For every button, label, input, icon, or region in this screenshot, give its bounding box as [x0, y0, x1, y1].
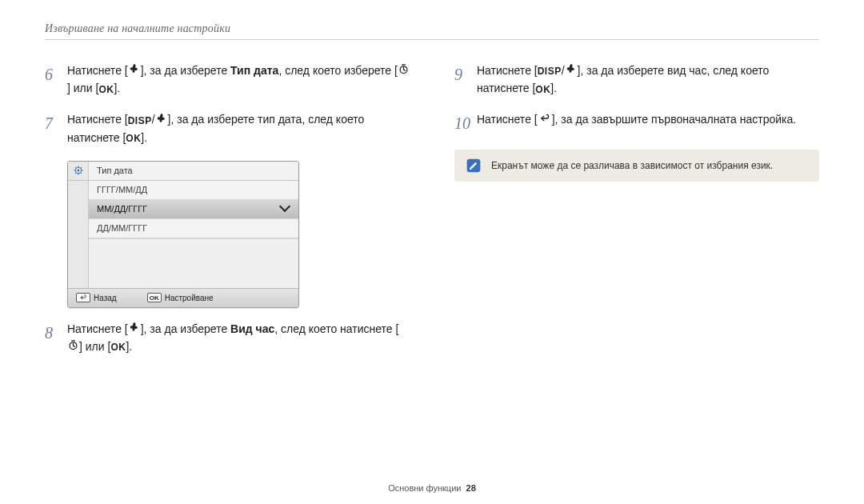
- menu-footer: Назад OK Настройване: [68, 288, 298, 307]
- text: ].: [126, 340, 132, 353]
- text: Натиснете [: [477, 64, 538, 77]
- step-text: Натиснете [DISP/], за да изберете тип да…: [67, 111, 410, 146]
- macro-icon: [565, 62, 578, 80]
- footer-page-number: 28: [466, 483, 476, 493]
- step-number: 9: [454, 62, 477, 86]
- text: ], за да изберете: [141, 64, 230, 77]
- menu-side-strip: [68, 181, 89, 288]
- step-number: 8: [45, 321, 67, 345]
- text: ], за да завършите първоначалната настро…: [552, 113, 797, 126]
- gear-icon: [68, 161, 89, 180]
- step-text: Натиснете [], за да изберете Вид час, сл…: [67, 321, 410, 356]
- return-icon: [538, 112, 552, 129]
- menu-header: Тип дата: [68, 162, 298, 181]
- menu-list: ГГГГ/ММ/ДД ММ/ДД/ГГГГ ДД/ММ/ГГГГ: [89, 181, 298, 288]
- left-column: 6 Натиснете [], за да изберете Тип дата,…: [45, 62, 410, 370]
- step-text: Натиснете [DISP/], за да изберете вид ча…: [477, 62, 819, 97]
- text: Натиснете [: [477, 113, 538, 126]
- timer-icon: [398, 63, 410, 80]
- menu-empty-space: [89, 238, 298, 288]
- bold-label: Вид час: [230, 322, 274, 335]
- menu-option-selected[interactable]: ММ/ДД/ГГГГ: [89, 200, 298, 219]
- step-10: 10 Натиснете [], за да завършите първона…: [454, 111, 819, 135]
- menu-option[interactable]: ДД/ММ/ГГГГ: [89, 219, 298, 238]
- macro-icon: [155, 112, 168, 130]
- text: ], за да изберете: [141, 322, 230, 335]
- right-column: 9 Натиснете [DISP/], за да изберете вид …: [454, 62, 819, 370]
- step-text: Натиснете [], за да изберете Тип дата, с…: [67, 62, 410, 97]
- text: ].: [114, 82, 120, 94]
- menu-body: ГГГГ/ММ/ДД ММ/ДД/ГГГГ ДД/ММ/ГГГГ: [68, 181, 298, 288]
- footer-set[interactable]: OK Настройване: [139, 293, 222, 302]
- macro-icon: [128, 62, 141, 80]
- menu-title: Тип дата: [89, 166, 133, 175]
- manual-page: Извършване на началните настройки 6 Нати…: [0, 0, 864, 504]
- macro-icon: [128, 321, 141, 338]
- ok-icon: OK: [535, 82, 550, 97]
- text: ] или [: [67, 82, 98, 94]
- menu-option[interactable]: ГГГГ/ММ/ДД: [89, 181, 298, 200]
- footer-set-label: Настройване: [165, 294, 214, 302]
- text: Натиснете [: [67, 322, 128, 335]
- timer-icon: [67, 339, 79, 356]
- disp-icon: DISP: [538, 64, 562, 78]
- ok-key-icon: OK: [147, 293, 162, 302]
- step-number: 7: [45, 111, 67, 135]
- ok-icon: OK: [110, 340, 126, 354]
- ok-icon: OK: [98, 82, 114, 97]
- header-divider: [45, 39, 819, 40]
- text: ].: [550, 82, 557, 94]
- footer-back-label: Назад: [94, 294, 117, 302]
- step-number: 6: [45, 62, 67, 86]
- text: Натиснете [: [67, 113, 128, 126]
- step-text: Натиснете [], за да завършите първоначал…: [477, 111, 819, 129]
- step-8: 8 Натиснете [], за да изберете Вид час, …: [45, 321, 410, 356]
- step-6: 6 Натиснете [], за да изберете Тип дата,…: [45, 62, 410, 97]
- ok-icon: OK: [126, 131, 141, 146]
- text: ] или [: [79, 340, 110, 353]
- back-key-icon: [76, 293, 90, 302]
- step-7: 7 Натиснете [DISP/], за да изберете тип …: [45, 111, 410, 146]
- step-9: 9 Натиснете [DISP/], за да изберете вид …: [454, 62, 819, 97]
- content-columns: 6 Натиснете [], за да изберете Тип дата,…: [45, 62, 819, 370]
- note-icon: [466, 158, 482, 174]
- disp-icon: DISP: [128, 114, 152, 128]
- note-text: Екранът може да се различава в зависимос…: [491, 160, 773, 171]
- page-header: Извършване на началните настройки: [45, 22, 819, 35]
- step-number: 10: [454, 111, 477, 135]
- camera-menu: Тип дата ГГГГ/ММ/ДД ММ/ДД/ГГГГ ДД/ММ/ГГГ…: [67, 161, 299, 308]
- text: ].: [141, 131, 147, 144]
- text: , след което натиснете [: [274, 322, 398, 335]
- text: , след което изберете [: [278, 64, 397, 77]
- footer-back[interactable]: Назад: [68, 293, 125, 302]
- footer-section: Основни функции: [388, 483, 461, 493]
- bold-label: Тип дата: [230, 64, 278, 77]
- text: Натиснете [: [67, 64, 128, 77]
- info-note: Екранът може да се различава в зависимос…: [454, 150, 819, 182]
- page-footer: Основни функции 28: [0, 483, 864, 493]
